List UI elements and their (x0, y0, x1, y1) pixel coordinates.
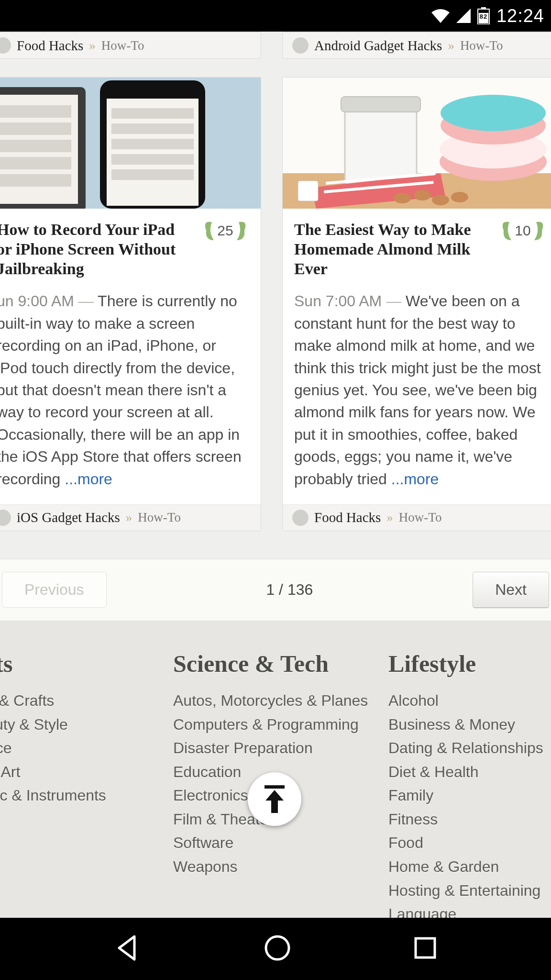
scroll-to-top-button[interactable] (248, 772, 301, 826)
android-nav-bar (0, 918, 551, 980)
article-thumbnail[interactable] (283, 78, 551, 209)
svg-rect-10 (0, 157, 71, 169)
footer-column-lifestyle: Lifestyle AlcoholBusiness & MoneyDating … (388, 650, 551, 918)
publish-time: Sun 7:00 AM (294, 292, 382, 310)
footer-link[interactable]: Food (388, 831, 551, 855)
svg-point-33 (451, 192, 468, 202)
article-excerpt: un 9:00 AM — There is currently no built… (0, 290, 249, 490)
svg-rect-17 (111, 154, 194, 165)
footer-link[interactable]: Hosting & Entertaining (388, 879, 551, 903)
category-icon (0, 510, 11, 526)
publish-time: un 9:00 AM (0, 292, 74, 310)
article-card[interactable]: Android Gadget Hacks » How-To (282, 32, 551, 59)
svg-point-27 (441, 95, 546, 131)
page-indicator: 1 / 136 (266, 581, 313, 599)
article-card[interactable]: Food Hacks » How-To (0, 32, 261, 59)
category-icon (0, 37, 11, 54)
chevron-icon: » (89, 38, 96, 53)
footer-link[interactable]: Disaster Preparation (173, 736, 355, 760)
home-button[interactable] (263, 934, 292, 964)
footer-link[interactable]: Dating & Relationships (388, 736, 551, 760)
footer-categories: Arts Arts & CraftsBeauty & StyleDanceFin… (0, 621, 551, 918)
svg-rect-16 (111, 139, 194, 149)
footer-heading: Arts (0, 650, 140, 678)
footer-column-arts: Arts Arts & CraftsBeauty & StyleDanceFin… (0, 650, 140, 918)
kudos-badge: 10 (498, 217, 548, 244)
svg-rect-11 (0, 174, 71, 187)
footer-link[interactable]: Home & Garden (388, 855, 551, 879)
article-thumbnail[interactable] (0, 78, 261, 209)
category-label[interactable]: Food Hacks (314, 510, 381, 525)
card-row-upper: Food Hacks » How-To Android Gadget Hacks… (0, 32, 551, 59)
footer-link[interactable]: Computers & Programming (173, 713, 355, 737)
category-label[interactable]: iOS Gadget Hacks (17, 510, 120, 525)
svg-rect-8 (0, 122, 71, 135)
footer-link[interactable]: Fitness (388, 808, 551, 832)
kudos-count: 25 (217, 223, 233, 239)
footer-link[interactable]: Alcohol (388, 689, 551, 713)
chevron-icon: » (448, 38, 454, 53)
battery-icon: 82 (477, 7, 490, 24)
footer-link[interactable]: Weapons (173, 855, 355, 879)
next-button[interactable]: Next (473, 572, 549, 608)
card-row-main: 25 How to Record Your iPad or iPhone Scr… (0, 77, 551, 531)
footer-heading: Science & Tech (173, 650, 355, 678)
svg-point-30 (394, 193, 411, 203)
category-label[interactable]: Android Gadget Hacks (314, 38, 442, 54)
svg-point-32 (432, 195, 449, 205)
article-excerpt: Sun 7:00 AM — We've been on a constant h… (294, 290, 547, 490)
more-link[interactable]: ...more (391, 470, 439, 488)
footer-link[interactable]: Dance (0, 736, 140, 760)
back-button[interactable] (112, 933, 143, 965)
android-status-bar: 82 12:24 (0, 0, 551, 32)
footer-link[interactable]: Business & Money (388, 713, 551, 737)
pagination-bar: Previous 1 / 136 Next (0, 559, 551, 621)
footer-link[interactable]: Software (173, 831, 355, 855)
article-type[interactable]: How-To (460, 38, 503, 53)
footer-link[interactable]: Family (388, 784, 551, 808)
svg-point-36 (266, 936, 289, 959)
clock-text: 12:24 (496, 6, 544, 26)
category-icon (292, 37, 309, 54)
chevron-icon: » (386, 510, 393, 525)
footer-list: Arts & CraftsBeauty & StyleDanceFine Art… (0, 689, 140, 808)
kudos-badge: 25 (200, 217, 250, 244)
article-card[interactable]: 25 How to Record Your iPad or iPhone Scr… (0, 77, 261, 531)
recent-apps-button[interactable] (412, 935, 439, 963)
article-type[interactable]: How-To (101, 38, 144, 53)
article-type[interactable]: How-To (399, 510, 442, 525)
footer-heading: Lifestyle (388, 650, 551, 678)
footer-link[interactable]: Music & Instruments (0, 784, 140, 808)
footer-link[interactable]: Beauty & Style (0, 713, 140, 737)
svg-text:82: 82 (480, 13, 487, 20)
svg-rect-37 (416, 938, 435, 958)
svg-rect-14 (111, 108, 194, 119)
svg-rect-34 (298, 181, 318, 201)
cell-signal-icon (456, 9, 471, 23)
svg-rect-18 (111, 169, 194, 180)
footer-link[interactable]: Diet & Health (388, 760, 551, 784)
svg-rect-35 (264, 785, 285, 789)
category-label[interactable]: Food Hacks (17, 38, 83, 54)
category-icon (292, 510, 309, 526)
svg-point-31 (414, 190, 431, 200)
svg-rect-15 (111, 123, 194, 134)
kudos-count: 10 (515, 223, 530, 239)
article-card[interactable]: 10 The Easiest Way to Make Homemade Almo… (282, 77, 551, 531)
chevron-icon: » (126, 510, 132, 525)
more-link[interactable]: ...more (65, 470, 112, 488)
svg-rect-23 (341, 97, 420, 112)
article-type[interactable]: How-To (138, 510, 181, 525)
footer-link[interactable]: Fine Art (0, 760, 140, 784)
footer-link[interactable]: Autos, Motorcycles & Planes (173, 689, 355, 713)
footer-list: AlcoholBusiness & MoneyDating & Relation… (388, 689, 551, 918)
footer-link[interactable]: Language (388, 902, 551, 918)
previous-button[interactable]: Previous (2, 572, 107, 608)
svg-rect-7 (0, 105, 71, 118)
wifi-icon (431, 9, 450, 23)
footer-link[interactable]: Arts & Crafts (0, 689, 140, 713)
svg-rect-9 (0, 140, 71, 152)
